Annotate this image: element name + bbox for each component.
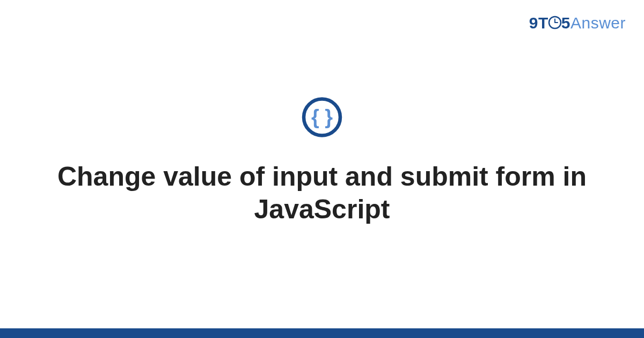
clock-icon bbox=[548, 15, 562, 33]
main-content: { } Change value of input and submit for… bbox=[0, 96, 644, 226]
page-title: Change value of input and submit form in… bbox=[0, 160, 644, 226]
svg-text:{ }: { } bbox=[311, 106, 333, 128]
footer-accent-bar bbox=[0, 328, 644, 338]
logo-text-answer: Answer bbox=[570, 14, 626, 32]
site-logo: 9T5Answer bbox=[529, 14, 626, 33]
braces-icon: { } bbox=[301, 96, 343, 138]
logo-text-9t: 9T bbox=[529, 14, 548, 32]
logo-text-5: 5 bbox=[561, 14, 570, 32]
